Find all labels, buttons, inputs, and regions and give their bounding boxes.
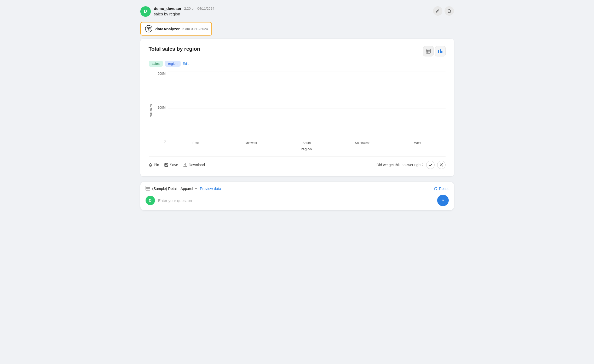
pin-button[interactable]: Pin xyxy=(149,163,159,167)
dataset-selector[interactable]: (Sample) Retail - Apparel ▾ Preview data xyxy=(146,186,221,192)
svg-rect-14 xyxy=(146,186,150,190)
analyzer-timestamp: 5 am 03/12/2024 xyxy=(182,27,208,31)
edit-message-button[interactable] xyxy=(433,6,442,16)
input-row: D xyxy=(146,195,449,206)
svg-rect-13 xyxy=(165,165,168,166)
feedback-no-button[interactable] xyxy=(437,161,446,169)
bar-group-south: South xyxy=(284,138,329,145)
feedback-text: Did we get this answer right? xyxy=(377,163,424,167)
chart-area: Total sales 200M 100M 0 xyxy=(149,72,446,151)
bar-group-east: East xyxy=(173,138,218,145)
reset-label: Reset xyxy=(439,187,449,191)
bar-label-south: South xyxy=(303,141,311,145)
save-label: Save xyxy=(170,163,178,167)
y-axis-ticks: 200M 100M 0 xyxy=(156,72,168,143)
bar-group-midwest: Midwest xyxy=(229,138,274,145)
preview-data-link[interactable]: Preview data xyxy=(200,187,221,191)
bars-container: EastMidwestSouthSouthwestWest xyxy=(168,72,446,145)
delete-message-button[interactable] xyxy=(445,6,454,16)
save-button[interactable]: Save xyxy=(164,163,178,167)
table-view-button[interactable] xyxy=(423,46,434,56)
dataset-name: (Sample) Retail - Apparel xyxy=(152,187,193,191)
download-label: Download xyxy=(189,163,205,167)
analyzer-icon xyxy=(145,25,153,33)
svg-rect-2 xyxy=(426,49,430,53)
tag-sales: sales xyxy=(149,61,163,67)
svg-rect-9 xyxy=(441,51,442,53)
message-actions xyxy=(433,6,454,16)
analyzer-message: dataAnalyzer 5 am 03/12/2024 Total sales… xyxy=(140,22,454,176)
feedback-section: Did we get this answer right? xyxy=(377,161,446,169)
chart-card: Total sales by region xyxy=(140,39,454,176)
input-top-bar: (Sample) Retail - Apparel ▾ Preview data… xyxy=(146,186,449,192)
input-user-avatar: D xyxy=(146,196,155,205)
reset-button[interactable]: Reset xyxy=(434,187,449,191)
bars-area: EastMidwestSouthSouthwestWest xyxy=(168,72,446,145)
dropdown-arrow-icon: ▾ xyxy=(195,187,197,190)
user-timestamp: 2:20 pm 04/11/2024 xyxy=(184,7,214,10)
chart-header: Total sales by region xyxy=(149,46,446,56)
username: demo_devuser xyxy=(154,6,182,11)
download-button[interactable]: Download xyxy=(183,163,205,167)
analyzer-name: dataAnalyzer xyxy=(155,27,180,31)
chart-title: Total sales by region xyxy=(149,46,200,52)
svg-rect-12 xyxy=(165,163,167,165)
tag-region: region xyxy=(165,61,181,67)
y-tick-0: 0 xyxy=(164,140,166,143)
chart-footer: Pin Save xyxy=(149,156,446,169)
svg-rect-8 xyxy=(440,49,441,53)
bar-label-west: West xyxy=(414,141,421,145)
chart-view-toggles xyxy=(423,46,446,56)
user-message: D demo_devuser 2:20 pm 04/11/2024 sales … xyxy=(140,6,454,17)
y-axis-label: Total sales xyxy=(149,104,153,119)
send-button[interactable] xyxy=(437,195,449,206)
bar-chart-view-button[interactable] xyxy=(435,46,446,56)
bar-label-southwest: Southwest xyxy=(355,141,370,145)
chart-inner: 200M 100M 0 EastMidwestSouthSouthwestWes… xyxy=(156,72,446,151)
y-axis-label-container: Total sales xyxy=(149,72,154,151)
feedback-yes-button[interactable] xyxy=(426,161,435,169)
svg-rect-7 xyxy=(438,50,439,53)
bar-label-midwest: Midwest xyxy=(245,141,257,145)
chart-actions: Pin Save xyxy=(149,163,205,167)
analyzer-header: dataAnalyzer 5 am 03/12/2024 xyxy=(140,22,212,36)
user-message-header: demo_devuser 2:20 pm 04/11/2024 xyxy=(154,6,454,11)
y-tick-200m: 200M xyxy=(158,72,165,76)
input-area: (Sample) Retail - Apparel ▾ Preview data… xyxy=(140,182,454,210)
bar-label-east: East xyxy=(193,141,199,145)
pin-label: Pin xyxy=(154,163,159,167)
tags-row: sales region Edit xyxy=(149,61,446,67)
y-tick-100m: 100M xyxy=(158,106,165,109)
user-message-text: sales by region xyxy=(154,12,454,16)
table-icon xyxy=(146,186,150,192)
question-input[interactable] xyxy=(158,198,434,203)
x-axis-title: region xyxy=(168,147,446,151)
main-container: D demo_devuser 2:20 pm 04/11/2024 sales … xyxy=(140,6,454,210)
user-avatar: D xyxy=(140,6,151,17)
svg-point-1 xyxy=(148,28,149,29)
bar-group-west: West xyxy=(395,138,440,145)
user-message-content: demo_devuser 2:20 pm 04/11/2024 sales by… xyxy=(154,6,454,16)
edit-tags-button[interactable]: Edit xyxy=(183,62,188,66)
bar-group-southwest: Southwest xyxy=(340,138,385,145)
